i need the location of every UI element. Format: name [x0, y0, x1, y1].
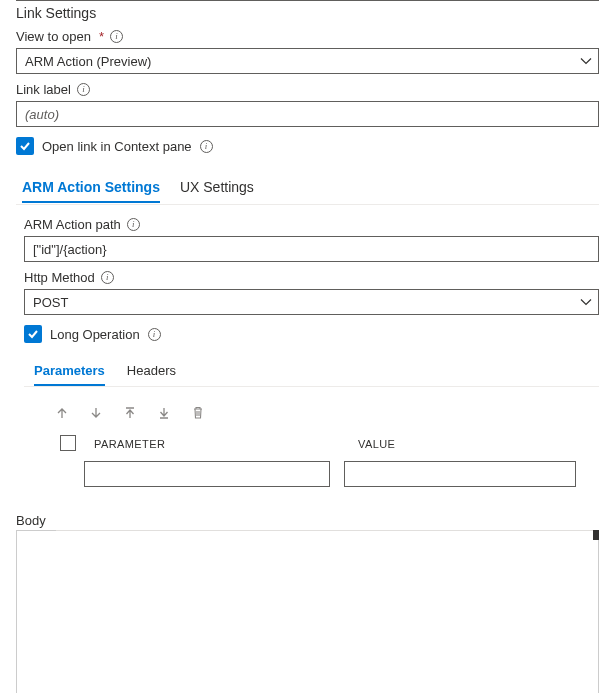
move-top-icon[interactable] — [122, 405, 138, 421]
view-to-open-label: View to open — [16, 29, 91, 44]
http-method-value[interactable] — [24, 289, 599, 315]
info-icon[interactable]: i — [127, 218, 140, 231]
column-header-value: VALUE — [358, 438, 599, 450]
subtab-headers[interactable]: Headers — [127, 357, 176, 386]
info-icon[interactable]: i — [101, 271, 114, 284]
tab-ux-settings[interactable]: UX Settings — [180, 173, 254, 203]
column-header-parameter: PARAMETER — [94, 438, 344, 450]
move-up-icon[interactable] — [54, 405, 70, 421]
http-method-label: Http Method — [24, 270, 95, 285]
move-down-icon[interactable] — [88, 405, 104, 421]
scroll-indicator — [593, 530, 599, 540]
subtab-parameters[interactable]: Parameters — [34, 357, 105, 386]
section-title: Link Settings — [16, 5, 599, 21]
parameter-name-input[interactable] — [84, 461, 330, 487]
open-context-label: Open link in Context pane — [42, 139, 192, 154]
divider — [56, 530, 593, 531]
info-icon[interactable]: i — [148, 328, 161, 341]
info-icon[interactable]: i — [110, 30, 123, 43]
link-label-input[interactable] — [16, 101, 599, 127]
long-operation-checkbox[interactable] — [24, 325, 42, 343]
info-icon[interactable]: i — [77, 83, 90, 96]
long-operation-label: Long Operation — [50, 327, 140, 342]
arm-action-path-label: ARM Action path — [24, 217, 121, 232]
select-all-checkbox[interactable] — [60, 435, 76, 451]
info-icon[interactable]: i — [200, 140, 213, 153]
view-to-open-value[interactable] — [16, 48, 599, 74]
move-bottom-icon[interactable] — [156, 405, 172, 421]
body-textarea[interactable] — [16, 530, 599, 693]
required-asterisk: * — [99, 29, 104, 44]
delete-icon[interactable] — [190, 405, 206, 421]
tab-arm-action-settings[interactable]: ARM Action Settings — [22, 173, 160, 203]
link-label-label: Link label — [16, 82, 71, 97]
table-row — [24, 461, 599, 487]
arm-action-path-input[interactable] — [24, 236, 599, 262]
http-method-select[interactable] — [24, 289, 599, 315]
view-to-open-select[interactable] — [16, 48, 599, 74]
parameter-value-input[interactable] — [344, 461, 576, 487]
open-context-checkbox[interactable] — [16, 137, 34, 155]
body-label: Body — [16, 513, 599, 528]
